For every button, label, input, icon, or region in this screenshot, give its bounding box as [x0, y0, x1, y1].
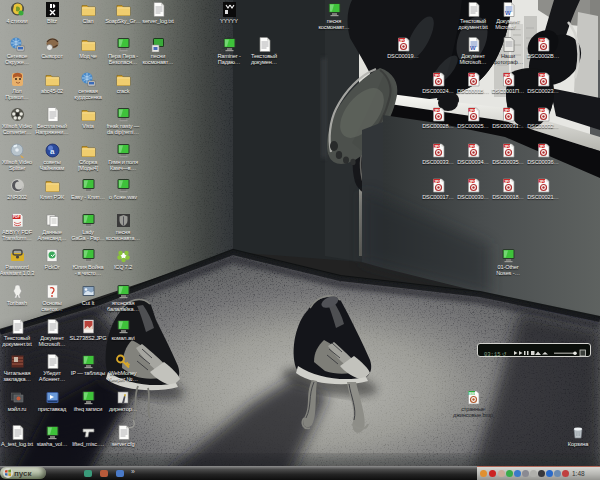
svg-text:JPG: JPG — [504, 180, 511, 184]
svg-text:JPG: JPG — [434, 74, 441, 78]
svg-text:JPG: JPG — [539, 109, 546, 113]
svg-text:a: a — [50, 147, 55, 156]
svg-text:JPG: JPG — [434, 145, 441, 149]
svg-text:W: W — [470, 45, 476, 51]
svg-text:W: W — [505, 10, 511, 16]
svg-text:JPG: JPG — [434, 180, 441, 184]
svg-text:JPG: JPG — [504, 145, 511, 149]
svg-text:JPG: JPG — [539, 74, 546, 78]
svg-text:JPG: JPG — [399, 39, 406, 43]
svg-text:JPG: JPG — [469, 74, 476, 78]
svg-text:JPG: JPG — [539, 180, 546, 184]
svg-text:03:15: 03:15 — [484, 351, 501, 358]
svg-text:JPG: JPG — [469, 109, 476, 113]
svg-text:JPG: JPG — [539, 145, 546, 149]
svg-text:↺: ↺ — [502, 351, 507, 358]
svg-text:JPG: JPG — [469, 145, 476, 149]
svg-text:JPG: JPG — [469, 180, 476, 184]
svg-text:BMP: BMP — [469, 392, 478, 396]
svg-text:JPG: JPG — [504, 109, 511, 113]
svg-text:JPG: JPG — [539, 39, 546, 43]
svg-text:JPG: JPG — [504, 74, 511, 78]
svg-text:PDF: PDF — [13, 215, 20, 219]
svg-text:JPG: JPG — [434, 109, 441, 113]
